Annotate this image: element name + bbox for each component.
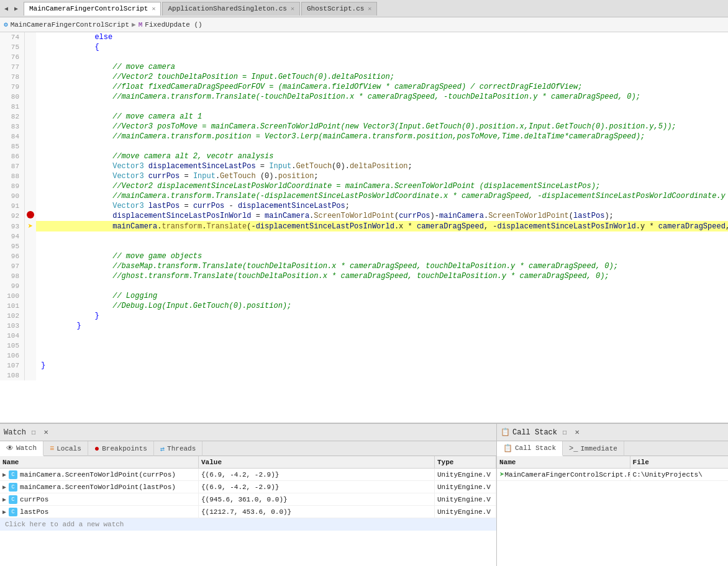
callstack-row[interactable]: ➤ MainCameraFingerControlScript.FixedUpd… [497,469,728,481]
watch-expand-btn[interactable]: ▶ [2,496,6,503]
code-line[interactable]: //mainCamera.transform.Translate(-touchD… [36,92,728,102]
code-row: 78 //Vector2 touchDeltaPosition = Input.… [0,72,728,82]
code-line[interactable]: //ghost.transform.Translate(touchDeltaPo… [36,271,728,281]
code-line[interactable] [36,281,728,291]
code-line[interactable]: //Debug.Log(Input.GetTouch(0).position); [36,301,728,311]
code-row: 87 Vector3 displacementSinceLastPos = In… [0,161,728,171]
code-line[interactable]: //mainCamera.transform.Translate(-displa… [36,191,728,201]
tab-bar: ◀ ▶ MainCameraFingerControlScript✕Applic… [0,0,728,17]
watch-col-type: Type [435,456,496,468]
code-line[interactable]: Vector3 currPos = Input.GetTouch (0).pos… [36,171,728,181]
code-line[interactable] [36,331,728,341]
code-line[interactable]: //Vector2 touchDeltaPosition = Input.Get… [36,72,728,82]
watch-header: Name Value Type [0,456,496,469]
watch-expand-btn[interactable]: ▶ [2,483,6,491]
code-editor[interactable]: 74 else75 {76 77 // move camera78 //Vect… [0,32,728,423]
code-line[interactable] [36,231,728,241]
tab-close[interactable]: ✕ [291,5,294,12]
breakpoint-indicator[interactable] [27,211,34,218]
watch-pin-btn[interactable]: □ [29,428,39,438]
line-number: 85 [0,142,25,151]
watch-name: mainCamera.ScreenToWorldPoint(currPos) [20,471,176,478]
code-line[interactable]: displacementSinceLastPosInWorld = mainCa… [36,211,728,221]
tab-tab1[interactable]: MainCameraFingerControlScript✕ [24,2,161,16]
watch-row[interactable]: ▶ C mainCamera.ScreenToWorldPoint(currPo… [0,469,496,481]
code-line[interactable] [36,351,728,361]
watch-title: Watch [4,428,26,437]
tab-tab2[interactable]: ApplicationSharedSingleton.cs✕ [162,2,299,16]
code-row: 101 //Debug.Log(Input.GetTouch(0).positi… [0,301,728,311]
watch-tab-icon: 👁 [6,444,14,453]
line-number: 87 [0,161,25,171]
code-row: 80 //mainCamera.transform.Translate(-tou… [0,92,728,102]
code-line[interactable]: mainCamera.transform.Translate(-displace… [36,221,728,231]
code-line[interactable]: // Logging [36,291,728,301]
code-line[interactable] [36,241,728,251]
breadcrumb-method-label: FixedUpdate () [145,21,202,29]
immediate-tab-icon: >_ [569,444,578,453]
code-line[interactable]: // move camera alt 1 [36,112,728,122]
gutter [25,281,36,291]
code-line[interactable] [36,52,728,62]
gutter [25,201,36,211]
watch-table: Name Value Type ▶ C mainCamera.ScreenToW… [0,456,496,566]
tab-threads[interactable]: ⇄ Threads [154,441,202,456]
code-line[interactable]: //mainCamera.transform.position = Vector… [36,132,728,142]
watch-close-btn[interactable]: ✕ [41,428,51,438]
tab-close[interactable]: ✕ [152,5,155,12]
code-row: 81 [0,102,728,112]
line-number: 95 [0,241,25,251]
watch-col-name: Name [0,456,199,468]
tab-breakpoints[interactable]: ● Breakpoints [88,441,154,456]
gutter [25,301,36,311]
code-row: 94 [0,231,728,241]
nav-back[interactable]: ◀ [1,2,11,16]
tab-watch[interactable]: 👁 Watch [0,441,43,456]
tab-callstack[interactable]: 📋 Call Stack [497,441,563,456]
code-line[interactable] [36,341,728,351]
code-line[interactable]: Vector3 displacementSinceLastPos = Input… [36,161,728,171]
callstack-pin-btn[interactable]: □ [560,428,570,438]
code-line[interactable]: //float fixedCameraDragSpeedForFOV = (ma… [36,82,728,92]
code-row: 83 //Vector3 posToMove = mainCamera.Scre… [0,122,728,132]
watch-expand-btn[interactable]: ▶ [2,471,6,478]
tab-immediate[interactable]: >_ Immediate [563,441,624,456]
cs-cell-name: ➤ MainCameraFingerControlScript.FixedUpd… [497,469,630,480]
code-line[interactable]: { [36,42,728,52]
code-line[interactable] [36,102,728,112]
gutter [25,142,36,151]
breadcrumb-script[interactable]: MainCameraFingerControlScript [11,21,129,29]
tab-label: ApplicationSharedSingleton.cs [168,5,286,12]
code-line[interactable]: } [36,321,728,331]
code-row: 97 //baseMap.transform.Translate(touchDe… [0,261,728,271]
tab-close[interactable]: ✕ [368,5,371,12]
gutter [25,361,36,371]
watch-expand-btn[interactable]: ▶ [2,508,6,516]
code-line[interactable]: //baseMap.transform.Translate(touchDelta… [36,261,728,271]
watch-row[interactable]: ▶ C lastPos {(1212.7, 453.6, 0.0)} Unity… [0,506,496,518]
watch-row[interactable]: ▶ C currPos {(945.6, 361.0, 0.0)} UnityE… [0,493,496,506]
watch-row[interactable]: ▶ C mainCamera.ScreenToWorldPoint(lastPo… [0,481,496,493]
code-line[interactable]: // move camera [36,62,728,72]
code-line[interactable] [36,371,728,380]
code-line[interactable]: //move camera alt 2, vecotr analysis [36,151,728,161]
tab-locals[interactable]: ≡ Locals [43,441,88,456]
code-line[interactable]: } [36,361,728,371]
code-line[interactable]: //Vector3 posToMove = mainCamera.ScreenT… [36,122,728,132]
line-number: 104 [0,331,25,341]
code-line[interactable]: //Vector2 displacementSinceLastPosWorldC… [36,181,728,191]
code-line[interactable]: // move game objects [36,251,728,261]
watch-add-row[interactable]: Click here to add a new watch [0,518,496,531]
code-line[interactable]: else [36,32,728,42]
code-line[interactable]: Vector3 lastPos = currPos - displacement… [36,201,728,211]
code-row: 100 // Logging [0,291,728,301]
breadcrumb-method[interactable]: M FixedUpdate () [139,21,202,29]
callstack-tab-icon: 📋 [503,444,512,453]
code-line[interactable]: } [36,311,728,321]
nav-forward[interactable]: ▶ [11,2,21,16]
tab-tab3[interactable]: GhostScript.cs✕ [301,2,377,16]
code-row: 95 [0,241,728,251]
gutter [25,211,36,221]
code-line[interactable] [36,142,728,151]
callstack-close-btn[interactable]: ✕ [572,428,582,438]
